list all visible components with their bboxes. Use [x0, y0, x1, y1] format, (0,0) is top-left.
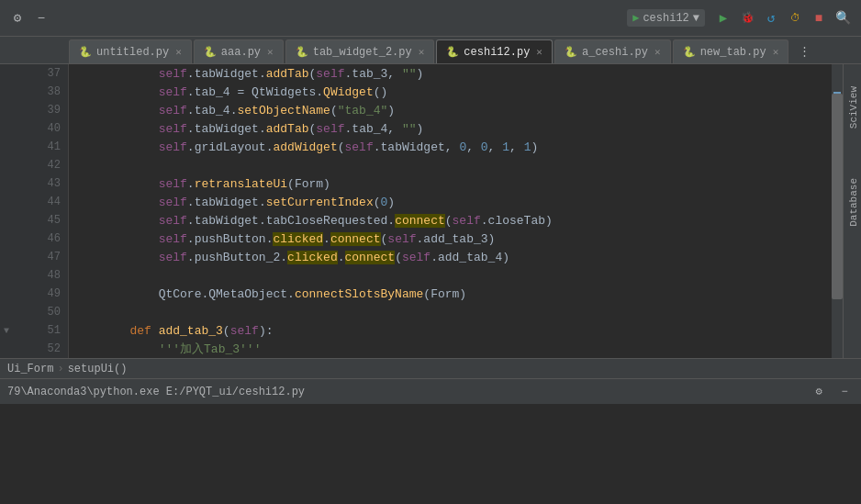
breadcrumb: Ui_Form › setupUi() [0, 358, 861, 378]
line-num-40: 40 [0, 119, 68, 138]
coverage-button[interactable]: ⏱ [784, 7, 806, 29]
run-config-icon: ▶ [632, 11, 639, 25]
main-area: 37 38 39 40 41 42 43 44 45 46 47 48 49 5… [0, 64, 861, 358]
tab-a-ceshi[interactable]: 🐍 a_ceshi.py ✕ [554, 39, 671, 63]
line-num-44: 44 [0, 193, 68, 211]
minimize-icon[interactable]: − [31, 8, 51, 28]
status-path: 79\Anaconda3\python.exe E:/PYQT_ui/ceshi… [7, 386, 305, 398]
code-line-41: self.gridLayout.addWidget(self.tabWidget… [73, 138, 832, 156]
tab-close-a-ceshi[interactable]: ✕ [654, 46, 661, 58]
tab-icon-untitled: 🐍 [79, 46, 92, 58]
database-panel-label[interactable]: Database [846, 174, 861, 230]
line-num-41: 41 [0, 138, 68, 156]
status-gear-button[interactable]: ⚙ [810, 383, 828, 401]
line-num-49: 49 [0, 285, 68, 303]
tab-aaa[interactable]: 🐍 aaa.py ✕ [194, 39, 284, 63]
tab-new-tab[interactable]: 🐍 new_tab.py ✕ [673, 39, 789, 63]
tabs-more-button[interactable]: ⋮ [794, 39, 814, 63]
code-line-47: self.pushButton_2.clicked.connect(self.a… [73, 248, 832, 266]
debug-button[interactable]: 🐞 [736, 7, 758, 29]
line-num-43: 43 [0, 174, 68, 193]
toolbar-actions: ▶ 🐞 ↺ ⏱ ■ 🔍 [712, 7, 854, 29]
line-num-45: 45 [0, 211, 68, 230]
app-window: ⚙ − ▶ ceshi12 ▼ ▶ 🐞 ↺ ⏱ ■ 🔍 🐍 untitled.p… [0, 0, 861, 404]
line-num-51: ▼ 51 [0, 321, 68, 340]
status-minus-button[interactable]: − [835, 383, 854, 401]
code-line-49: QtCore.QMetaObject.connectSlotsByName(Fo… [73, 285, 832, 303]
code-line-46: self.pushButton.clicked.connect(self.add… [73, 230, 832, 248]
code-line-38: self.tab_4 = QtWidgets.QWidget() [73, 83, 832, 101]
code-line-42 [73, 156, 832, 174]
line-num-50: 50 [0, 303, 68, 321]
code-line-51: def add_tab_3(self): [73, 321, 832, 340]
tab-close-ceshi12[interactable]: ✕ [536, 46, 542, 58]
code-line-44: self.tabWidget.setCurrentIndex(0) [73, 193, 832, 211]
code-scrollbar[interactable] [832, 64, 843, 358]
tab-tab-widget-2[interactable]: 🐍 tab_widget_2.py ✕ [285, 39, 435, 63]
tab-label-tab-widget-2: tab_widget_2.py [313, 46, 412, 59]
code-line-50 [73, 303, 832, 321]
code-lines: self.tabWidget.addTab(self.tab_3, "") se… [69, 64, 832, 358]
tab-close-aaa[interactable]: ✕ [267, 46, 274, 58]
tab-icon-aaa: 🐍 [204, 46, 217, 58]
line-numbers: 37 38 39 40 41 42 43 44 45 46 47 48 49 5… [0, 64, 69, 358]
code-line-48 [73, 266, 832, 285]
tab-untitled[interactable]: 🐍 untitled.py ✕ [69, 39, 192, 63]
toolbar-left: ⚙ − [7, 8, 51, 28]
settings-icon[interactable]: ⚙ [7, 8, 28, 28]
code-line-52: '''加入Tab_3''' [73, 340, 832, 358]
code-line-45: self.tabWidget.tabCloseRequested.connect… [73, 211, 832, 230]
right-panel: SciView Database [843, 64, 861, 358]
line-num-46: 46 [0, 230, 68, 248]
tab-close-tab-widget-2[interactable]: ✕ [419, 46, 425, 58]
scrollbar-minimap [832, 64, 843, 358]
tabs-bar: 🐍 untitled.py ✕ 🐍 aaa.py ✕ 🐍 tab_widget_… [0, 37, 861, 64]
clicked-highlight-47: clicked [287, 251, 338, 264]
tab-icon-tab-widget-2: 🐍 [296, 46, 308, 58]
tab-icon-a-ceshi: 🐍 [565, 46, 577, 58]
toolbar: ⚙ − ▶ ceshi12 ▼ ▶ 🐞 ↺ ⏱ ■ 🔍 [0, 0, 861, 37]
rerun-button[interactable]: ↺ [760, 7, 782, 29]
code-line-43: self.retranslateUi(Form) [73, 174, 832, 193]
run-button[interactable]: ▶ [712, 7, 734, 29]
status-bar: 79\Anaconda3\python.exe E:/PYQT_ui/ceshi… [0, 378, 861, 404]
run-config-dropdown[interactable]: ▶ ceshi12 ▼ [627, 9, 705, 27]
tab-close-new-tab[interactable]: ✕ [773, 46, 779, 58]
clicked-highlight-46: clicked [273, 232, 323, 246]
breadcrumb-class[interactable]: Ui_Form [7, 363, 53, 375]
tab-label-new-tab: new_tab.py [700, 46, 766, 59]
scrollbar-thumb[interactable] [832, 94, 843, 299]
fold-icon-51[interactable]: ▼ [4, 326, 9, 336]
tab-label-ceshi12: ceshi12.py [464, 46, 530, 59]
line-num-37: 37 [0, 64, 68, 83]
line-num-42: 42 [0, 156, 68, 174]
tab-label-a-ceshi: a_ceshi.py [582, 46, 648, 59]
line-num-52: 52 [0, 340, 68, 358]
line-num-38: 38 [0, 83, 68, 101]
stop-button[interactable]: ■ [808, 7, 830, 29]
line-num-48: 48 [0, 266, 68, 285]
tab-ceshi12[interactable]: 🐍 ceshi12.py ✕ [436, 39, 553, 63]
tab-icon-new-tab: 🐍 [683, 46, 696, 58]
code-line-39: self.tab_4.setObjectName("tab_4") [73, 101, 832, 119]
breadcrumb-separator: › [57, 363, 63, 375]
tab-close-untitled[interactable]: ✕ [175, 46, 182, 58]
code-line-40: self.tabWidget.addTab(self.tab_4, "") [73, 119, 832, 138]
breadcrumb-method[interactable]: setupUi() [68, 363, 128, 375]
tab-label-untitled: untitled.py [96, 46, 169, 59]
search-button[interactable]: 🔍 [832, 7, 854, 29]
code-line-37: self.tabWidget.addTab(self.tab_3, "") [73, 64, 832, 83]
tab-label-aaa: aaa.py [221, 46, 261, 59]
line-num-47: 47 [0, 248, 68, 266]
sciview-panel-label[interactable]: SciView [846, 83, 861, 132]
chevron-down-icon: ▼ [693, 12, 699, 25]
line-num-39: 39 [0, 101, 68, 119]
tab-icon-ceshi12: 🐍 [446, 46, 459, 58]
code-editor[interactable]: self.tabWidget.addTab(self.tab_3, "") se… [69, 64, 832, 358]
run-config-label: ceshi12 [643, 12, 688, 25]
